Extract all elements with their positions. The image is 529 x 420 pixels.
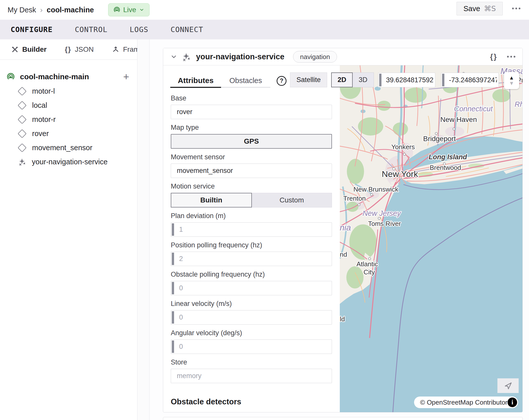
nav-tab-control[interactable]: CONTROL (75, 25, 107, 34)
number-input-bar (172, 340, 174, 353)
map-label: Atlantic (356, 260, 378, 268)
map-label: Toms River (368, 220, 401, 227)
sidebar-item-your-navigation-service[interactable]: your-navigation-service (0, 155, 137, 169)
breadcrumb-separator-icon: › (40, 6, 43, 14)
main-nav-tabs: CONFIGURECONTROLLOGSCONNECT (0, 20, 529, 39)
number-input-bar (172, 253, 174, 265)
obstacle-polling-input[interactable] (171, 281, 332, 295)
base-label: Base (171, 95, 332, 102)
field-plan-deviation: Plan deviation (m) (171, 212, 332, 237)
map-label: Yonkers (391, 143, 415, 151)
map-label: Connecticut (454, 105, 493, 113)
field-obstacle-polling: Obstacle polling frequency (hz) (171, 271, 332, 295)
save-label: Save (463, 5, 480, 13)
more-menu-icon[interactable] (512, 8, 520, 9)
next-card-edge (163, 417, 523, 420)
sidebar-item-rover[interactable]: rover (0, 126, 137, 141)
step-up-icon[interactable]: ▲ (509, 75, 514, 81)
broadcast-icon (113, 7, 120, 13)
card-menu-icon[interactable] (507, 56, 515, 58)
navigation-arrow-icon (504, 381, 512, 390)
latitude-input[interactable] (378, 73, 435, 87)
plan-deviation-label: Plan deviation (m) (171, 212, 332, 220)
movement-sensor-input[interactable] (171, 164, 332, 178)
breadcrumb-root-link[interactable]: My Desk (8, 6, 36, 14)
store-input[interactable] (171, 369, 332, 383)
nav-tab-connect[interactable]: CONNECT (171, 25, 203, 34)
number-input-bar (172, 223, 174, 236)
angular-velocity-label: Angular velocity (deg/s) (171, 329, 332, 337)
tree-item-label: motor-r (32, 115, 56, 124)
live-label: Live (123, 6, 136, 14)
zoom-stepper[interactable]: ▲ ▼ (504, 72, 519, 89)
map-type-gps-button[interactable]: GPS (171, 134, 332, 149)
map-label: Long Island (429, 153, 467, 161)
view-2d-button[interactable]: 2D (331, 72, 353, 87)
field-angular-velocity: Angular velocity (deg/s) (171, 329, 332, 354)
position-polling-input[interactable] (171, 252, 332, 266)
navigation-map[interactable]: MassacProRhodConnecticutNew HavenBridgep… (340, 65, 523, 412)
nav-tab-logs[interactable]: LOGS (130, 25, 148, 34)
sidebar-item-movement_sensor[interactable]: movement_sensor (0, 141, 137, 155)
sidebar-tab-builder[interactable]: Builder (11, 45, 46, 54)
tree-item-label: local (32, 101, 47, 110)
frame-icon (112, 46, 119, 53)
help-icon[interactable]: ? (277, 76, 286, 86)
view-3d-button[interactable]: 3D (352, 72, 374, 87)
sidebar-resize-gutter[interactable] (137, 39, 150, 420)
linear-velocity-input[interactable] (171, 310, 332, 325)
obstacle-polling-label: Obstacle polling frequency (hz) (171, 271, 332, 278)
sidebar-item-motor-r[interactable]: motor-r (0, 112, 137, 126)
tab-track (170, 87, 270, 88)
save-button[interactable]: Save ⌘S (456, 2, 503, 15)
machine-tree: cool-machine-main + motor-llocalmotor-rr… (0, 60, 137, 169)
map-label: Brentwood (430, 164, 461, 171)
card-header: your-navigation-service navigation {} (163, 48, 522, 65)
sidebar-item-local[interactable]: local (0, 98, 137, 112)
map-attribution: © OpenStreetMap Contributors i (414, 397, 518, 408)
live-status-dropdown[interactable]: Live (108, 3, 150, 16)
position-polling-label: Position polling frequency (hz) (171, 242, 332, 249)
store-label: Store (171, 359, 332, 366)
builder-icon (11, 46, 19, 53)
field-store: Store (171, 359, 332, 383)
motion-service-custom-option[interactable]: Custom (252, 193, 332, 207)
tree-item-label: motor-l (32, 87, 55, 95)
service-sparkles-icon (18, 158, 26, 166)
attribution-text: © OpenStreetMap Contributors (420, 399, 511, 406)
map-label: Rhod (515, 100, 523, 108)
map-label: ld (340, 315, 345, 323)
locate-button[interactable] (497, 378, 519, 393)
service-title: your-navigation-service (196, 52, 284, 61)
map-label: nia (340, 223, 351, 232)
base-input[interactable] (171, 105, 332, 119)
view-json-icon[interactable]: {} (490, 52, 497, 61)
info-icon[interactable]: i (508, 398, 517, 407)
tab-obstacles[interactable]: Obstacles (221, 74, 270, 87)
angular-velocity-input[interactable] (171, 339, 332, 354)
collapse-chevron-icon[interactable] (170, 53, 177, 60)
tree-item-label: movement_sensor (32, 144, 92, 152)
sidebar-item-motor-l[interactable]: motor-l (0, 84, 137, 98)
map-label: New Brunswick (353, 186, 399, 193)
linear-velocity-label: Linear velocity (m/s) (171, 300, 332, 307)
service-type-badge: navigation (293, 51, 337, 63)
motion-service-builtin-option[interactable]: Builtin (171, 193, 252, 207)
number-input-bar (172, 311, 174, 324)
sidebar-tab-json[interactable]: {}JSON (65, 45, 93, 54)
add-component-button[interactable]: + (123, 72, 129, 82)
plan-deviation-input[interactable] (171, 222, 332, 237)
tab-attributes[interactable]: Attributes (170, 74, 221, 87)
machine-children: motor-llocalmotor-rrovermovement_sensor … (0, 84, 137, 169)
field-map-type: Map type GPS (171, 124, 332, 149)
step-down-icon[interactable]: ▼ (509, 81, 514, 86)
longitude-input[interactable] (441, 73, 499, 87)
nav-tab-configure[interactable]: CONFIGURE (11, 25, 53, 34)
sidebar-item-machine-main[interactable]: cool-machine-main + (0, 69, 137, 84)
map-label: City (364, 268, 375, 276)
satellite-toggle-button[interactable]: Satellite (290, 72, 327, 87)
obstacle-detectors-heading: Obstacle detectors (171, 397, 332, 406)
field-base: Base (171, 95, 332, 119)
map-label: Bridgeport (423, 135, 456, 143)
field-position-polling: Position polling frequency (hz) (171, 242, 332, 266)
